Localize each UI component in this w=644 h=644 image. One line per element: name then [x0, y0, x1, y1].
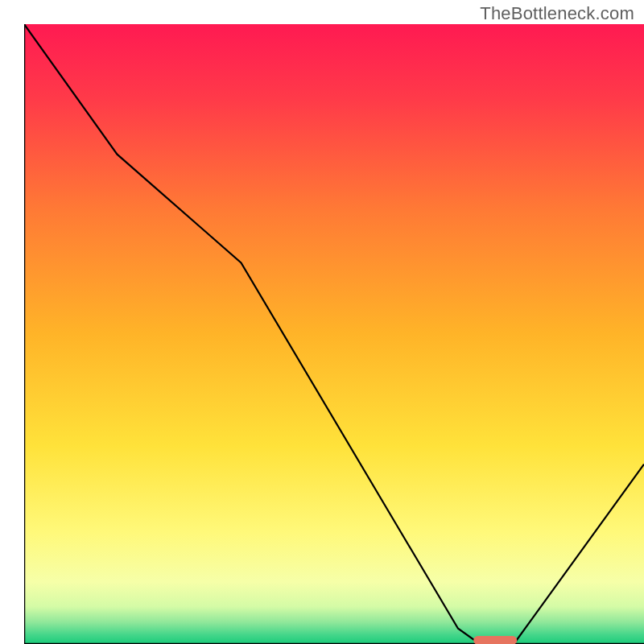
watermark-text: TheBottleneck.com	[480, 3, 634, 24]
chart-background	[24, 24, 644, 644]
chart	[24, 24, 644, 644]
highlight-pill	[473, 636, 517, 644]
